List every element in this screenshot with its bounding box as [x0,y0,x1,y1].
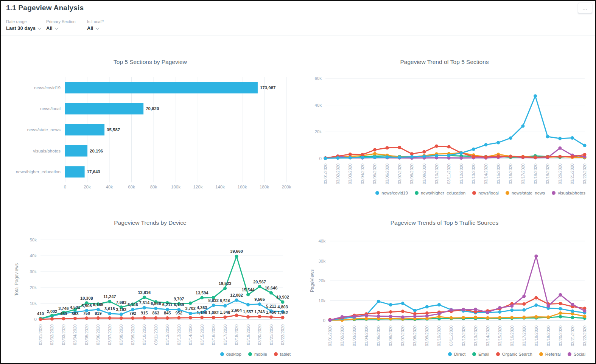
point-Direct-03/10/2020[interactable] [437,303,441,306]
point-tablet-03/18/2020[interactable] [235,314,238,317]
point-mobile-03/15/2020[interactable] [200,296,204,299]
point-tablet-03/07/2020[interactable] [108,316,111,320]
point-Social-03/16/2020[interactable] [510,304,514,308]
point-mobile-03/17/2020[interactable] [223,287,227,290]
legend-item-mobile[interactable]: mobile [248,352,267,356]
point-Social-03/19/2020[interactable] [546,304,550,308]
point-Email-03/20/2020[interactable] [559,315,562,319]
point-Referral-03/20/2020[interactable] [559,311,562,315]
point-news/local-03/16/2020[interactable] [509,155,512,159]
point-news/covid19-03/04/2020[interactable] [361,156,364,159]
point-tablet-03/09/2020[interactable] [131,316,134,320]
point-news/local-03/03/2020[interactable] [349,152,352,156]
legend-item-news/higher_education[interactable]: news/higher_education [415,191,465,195]
point-Referral-03/12/2020[interactable] [462,316,465,319]
point-Referral-03/15/2020[interactable] [498,316,501,319]
point-Social-03/04/2020[interactable] [365,314,368,317]
point-tablet-03/03/2020[interactable] [62,317,65,320]
point-news/covid19-03/20/2020[interactable] [558,137,562,140]
point-Social-03/18/2020[interactable] [534,254,538,258]
point-Organic Search-03/20/2020[interactable] [559,302,562,305]
point-Direct-03/18/2020[interactable] [534,303,538,307]
point-news/covid19-03/01/2020[interactable] [324,157,327,160]
point-Direct-03/20/2020[interactable] [559,307,562,311]
legend-item-tablet[interactable]: tablet [274,352,291,356]
bar-visuals/photos[interactable] [65,145,87,157]
point-news/covid19-03/05/2020[interactable] [373,156,377,159]
point-tablet-03/12/2020[interactable] [166,316,169,320]
point-mobile-03/18/2020[interactable] [235,255,238,258]
point-Social-03/02/2020[interactable] [341,315,344,319]
point-Social-03/22/2020[interactable] [583,309,587,313]
point-Social-03/08/2020[interactable] [413,314,417,318]
point-news/covid19-03/09/2020[interactable] [422,154,426,158]
point-Direct-03/15/2020[interactable] [498,310,501,314]
point-news/local-03/17/2020[interactable] [521,155,524,159]
point-news/local-03/21/2020[interactable] [571,155,574,159]
point-mobile-03/02/2020[interactable] [50,314,54,317]
point-news/local-03/07/2020[interactable] [398,146,401,149]
point-mobile-03/19/2020[interactable] [246,293,250,296]
point-Social-03/20/2020[interactable] [559,293,562,297]
point-Social-03/09/2020[interactable] [425,314,429,317]
point-Email-03/21/2020[interactable] [571,316,574,319]
point-news/covid19-03/22/2020[interactable] [583,144,587,147]
point-Social-03/07/2020[interactable] [401,316,405,319]
legend-item-visuals/photos[interactable]: visuals/photos [552,191,585,195]
legend-item-news/local[interactable]: news/local [472,191,499,195]
point-tablet-03/19/2020[interactable] [246,315,250,319]
point-Organic Search-03/07/2020[interactable] [401,310,405,313]
point-desktop-03/10/2020[interactable] [143,306,146,310]
point-mobile-03/10/2020[interactable] [143,296,146,299]
point-tablet-03/08/2020[interactable] [120,316,123,320]
point-Organic Search-03/18/2020[interactable] [534,296,538,300]
point-tablet-03/15/2020[interactable] [200,316,204,319]
bar-news/local[interactable] [65,103,143,114]
point-tablet-03/17/2020[interactable] [223,316,227,319]
bar-news/covid19[interactable] [65,82,258,93]
point-mobile-03/20/2020[interactable] [258,285,261,288]
point-news/covid19-03/07/2020[interactable] [398,156,401,159]
point-news/covid19-03/18/2020[interactable] [534,94,537,98]
point-news/covid19-03/21/2020[interactable] [571,136,574,140]
point-desktop-03/07/2020[interactable] [108,312,111,315]
point-news/local-03/05/2020[interactable] [373,148,377,152]
point-news/local-03/22/2020[interactable] [583,153,587,156]
point-Referral-03/19/2020[interactable] [546,316,550,319]
point-news/covid19-03/12/2020[interactable] [459,151,463,155]
point-news/local-03/09/2020[interactable] [422,150,426,154]
legend-item-Email[interactable]: Email [472,352,489,356]
point-news/covid19-03/15/2020[interactable] [496,141,500,144]
point-tablet-03/01/2020[interactable] [39,317,42,321]
point-desktop-03/18/2020[interactable] [235,299,238,302]
point-news/covid19-03/13/2020[interactable] [472,148,475,151]
legend-item-Referral[interactable]: Referral [539,352,561,356]
point-Social-03/10/2020[interactable] [437,312,441,316]
point-Social-03/11/2020[interactable] [450,308,453,312]
point-desktop-03/08/2020[interactable] [120,313,123,316]
point-Social-03/12/2020[interactable] [462,308,465,311]
point-Direct-03/08/2020[interactable] [413,309,417,312]
legend-item-desktop[interactable]: desktop [220,352,241,356]
point-Social-03/05/2020[interactable] [377,314,380,318]
point-Referral-03/17/2020[interactable] [522,316,526,319]
legend-item-Organic Search[interactable]: Organic Search [496,352,532,356]
point-news/local-03/10/2020[interactable] [435,145,438,148]
point-Direct-03/16/2020[interactable] [510,308,514,312]
point-Referral-03/18/2020[interactable] [534,315,538,319]
point-desktop-03/17/2020[interactable] [223,304,227,308]
point-desktop-03/14/2020[interactable] [189,312,192,315]
point-tablet-03/16/2020[interactable] [212,316,215,319]
bar-news/state_news[interactable] [65,124,104,135]
point-news/covid19-03/19/2020[interactable] [546,135,549,138]
point-news/local-03/18/2020[interactable] [534,156,537,159]
point-desktop-03/16/2020[interactable] [212,303,215,307]
point-visuals/photos-03/12/2020[interactable] [459,156,463,160]
point-Social-03/01/2020[interactable] [328,318,332,322]
point-visuals/photos-03/20/2020[interactable] [558,146,562,150]
point-tablet-03/13/2020[interactable] [177,316,181,320]
point-tablet-03/02/2020[interactable] [50,317,54,320]
legend-item-news/covid19[interactable]: news/covid19 [375,191,408,195]
legend-item-Social[interactable]: Social [568,352,585,356]
bar-news/higher_education[interactable] [65,166,85,177]
